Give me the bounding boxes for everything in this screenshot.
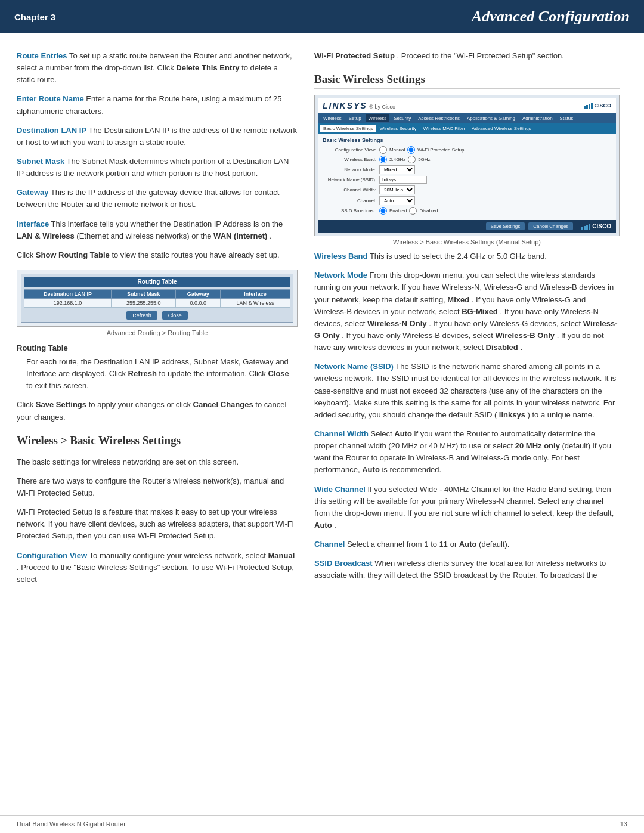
table-row: 192.168.1.0 255.255.255.0 0.0.0.0 LAN & …: [24, 298, 290, 307]
destination-lan-ip-para: Destination LAN IP The Destination LAN I…: [17, 125, 298, 148]
wireless-band-para: Wireless Band This is used to select the…: [314, 250, 620, 262]
ws-content-area: Basic Wireless Settings Configuration Vi…: [318, 134, 616, 220]
ws-nav-setup[interactable]: Setup: [346, 114, 364, 122]
config-view-cont-para: Wi-Fi Protected Setup . Proceed to the "…: [314, 50, 620, 62]
config-view-term: Configuration View: [17, 551, 87, 560]
network-mode-para: Network Mode From this drop-down menu, y…: [314, 270, 620, 354]
ws-channel-width-label: Channel Width:: [323, 187, 376, 193]
ssid-broadcast-para: SSID Broadcast When wireless clients sur…: [314, 558, 620, 581]
ws-config-view-radios: Manual Wi-Fi Protected Setup: [379, 146, 465, 154]
channel-width-para: Channel Width Select Auto if you want th…: [314, 428, 620, 476]
ws-nav-access[interactable]: Access Restrictions: [415, 114, 463, 122]
ws-tab-bar: Basic Wireless Settings Wireless Securit…: [318, 123, 616, 134]
ws-radio-disabled[interactable]: [409, 207, 417, 215]
col-gateway: Gateway: [176, 289, 221, 298]
tab-wireless-mac[interactable]: Wireless MAC Filter: [420, 125, 468, 132]
ws-logo: LINKSYS ® by Cisco: [323, 101, 395, 110]
ws-channel-width-select[interactable]: 20MHz only: [379, 185, 415, 194]
routing-table-inner: Routing Table Destination LAN IP Subnet …: [21, 274, 293, 323]
network-mode-term: Network Mode: [314, 271, 367, 280]
tab-advanced-wireless[interactable]: Advanced Wireless Settings: [469, 125, 534, 132]
ws-nav-wireless2[interactable]: Wireless: [366, 114, 390, 122]
footer-right: 13: [620, 820, 627, 828]
channel-term: Channel: [314, 540, 345, 549]
wireless-settings-screenshot: LINKSYS ® by Cisco CISCO Wireless Setup: [314, 95, 620, 236]
ws-radio-enabled[interactable]: [379, 207, 387, 215]
ssid-broadcast-term: SSID Broadcast: [314, 559, 373, 568]
ws-channel-width-row: Channel Width: 20MHz only: [323, 185, 611, 194]
wireless-intro1: The basic settings for wireless networki…: [17, 456, 298, 468]
wireless-intro3: Wi-Fi Protected Setup is a feature that …: [17, 506, 298, 542]
wireless-band-term: Wireless Band: [314, 252, 367, 261]
routing-table-subheading: Routing Table: [17, 343, 298, 352]
wireless-basic-section-heading: Wireless > Basic Wireless Settings: [17, 434, 298, 450]
wireless-intro2: There are two ways to configure the Rout…: [17, 475, 298, 499]
ws-band-radios: 2.4GHz 5GHz: [379, 156, 431, 163]
col-destination: Destination LAN IP: [24, 289, 112, 298]
ws-radio-5ghz[interactable]: [408, 156, 416, 163]
ws-radio-manual[interactable]: [379, 146, 387, 154]
ws-channel-label: Channel:: [323, 198, 376, 203]
left-column: Route Entries To set up a static route b…: [17, 50, 298, 593]
ws-ssid-row: Network Name (SSID):: [323, 176, 611, 184]
ws-channel-select[interactable]: Auto: [379, 196, 415, 205]
page-header: Chapter 3 Advanced Configuration: [0, 0, 644, 33]
routing-table-body-para: For each route, the Destination LAN IP a…: [26, 356, 298, 392]
cisco-footer-logo: CISCO: [581, 223, 611, 230]
ws-ssid-label: Network Name (SSID):: [323, 177, 376, 182]
wireless-screenshot-caption: Wireless > Basic Wireless Settings (Manu…: [314, 239, 620, 246]
ws-section-title: Basic Wireless Settings: [323, 137, 611, 143]
routing-table: Destination LAN IP Subnet Mask Gateway I…: [24, 289, 290, 308]
ws-cancel-changes-button[interactable]: Cancel Changes: [528, 222, 573, 230]
ws-ssid-broadcast-radios: Enabled Disabled: [379, 207, 438, 215]
show-routing-para: Click Show Routing Table to view the sta…: [17, 249, 298, 261]
ws-band-label: Wireless Band:: [323, 157, 376, 162]
route-entries-term: Route Entries: [17, 51, 67, 60]
col-subnet: Subnet Mask: [112, 289, 176, 298]
ws-network-mode-label: Network Mode:: [323, 167, 376, 172]
ws-config-view-row: Configuration View: Manual Wi-Fi Protect…: [323, 146, 611, 154]
routing-table-caption: Advanced Routing > Routing Table: [17, 329, 298, 336]
subnet-mask-term: Subnet Mask: [17, 157, 64, 166]
ws-network-mode-row: Network Mode: Mixed: [323, 165, 611, 174]
channel-para: Channel Select a channel from 1 to 11 or…: [314, 538, 620, 550]
subnet-mask-para: Subnet Mask The Subnet Mask determines w…: [17, 156, 298, 179]
ws-ssid-input[interactable]: [379, 176, 427, 184]
interface-para: Interface This interface tells you wheth…: [17, 218, 298, 242]
ws-nav-apps[interactable]: Applications & Gaming: [464, 114, 518, 122]
page-title: Advanced Configuration: [472, 8, 630, 26]
ws-radio-wifi-protected[interactable]: [407, 146, 415, 154]
ws-nav-admin[interactable]: Administration: [519, 114, 556, 122]
channel-width-term: Channel Width: [314, 429, 369, 438]
cisco-bars-logo: CISCO: [584, 103, 612, 109]
save-cancel-para: Click Save Settings to apply your change…: [17, 399, 298, 423]
ws-nav-security[interactable]: Security: [391, 114, 414, 122]
right-column: Wi-Fi Protected Setup . Proceed to the "…: [314, 50, 620, 593]
routing-table-buttons: Refresh Close: [24, 311, 290, 320]
ssid-para: Network Name (SSID) The SSID is the netw…: [314, 361, 620, 421]
chapter-label: Chapter 3: [14, 12, 55, 22]
ws-radio-24ghz[interactable]: [379, 156, 387, 163]
ws-ssid-broadcast-row: SSID Broadcast: Enabled Disabled: [323, 207, 611, 215]
enter-route-name-term: Enter Route Name: [17, 94, 84, 103]
footer-left: Dual-Band Wireless-N Gigabit Router: [17, 820, 126, 828]
ws-band-row: Wireless Band: 2.4GHz 5GHz: [323, 156, 611, 163]
close-button[interactable]: Close: [162, 311, 188, 320]
ws-nav-wireless[interactable]: Wireless: [320, 114, 345, 122]
tab-wireless-security[interactable]: Wireless Security: [377, 125, 420, 132]
routing-table-screenshot: Routing Table Destination LAN IP Subnet …: [17, 270, 298, 327]
ws-nav-status[interactable]: Status: [557, 114, 577, 122]
interface-term: Interface: [17, 219, 49, 228]
refresh-button[interactable]: Refresh: [126, 311, 157, 320]
wide-channel-term: Wide Channel: [314, 485, 366, 494]
tab-basic-wireless[interactable]: Basic Wireless Settings: [320, 125, 376, 132]
wide-channel-para: Wide Channel If you selected Wide - 40MH…: [314, 484, 620, 532]
enter-route-name-para: Enter Route Name Enter a name for the Ro…: [17, 93, 298, 117]
destination-lan-ip-term: Destination LAN IP: [17, 126, 86, 135]
page-footer: Dual-Band Wireless-N Gigabit Router 13: [0, 815, 644, 832]
config-view-para: Configuration View To manually configure…: [17, 550, 298, 586]
ws-bottom-bar: Save Settings Cancel Changes CISCO: [318, 220, 616, 233]
ws-network-mode-select[interactable]: Mixed: [379, 165, 415, 174]
routing-table-header-bar: Routing Table: [24, 277, 290, 287]
ws-save-settings-button[interactable]: Save Settings: [486, 222, 525, 230]
